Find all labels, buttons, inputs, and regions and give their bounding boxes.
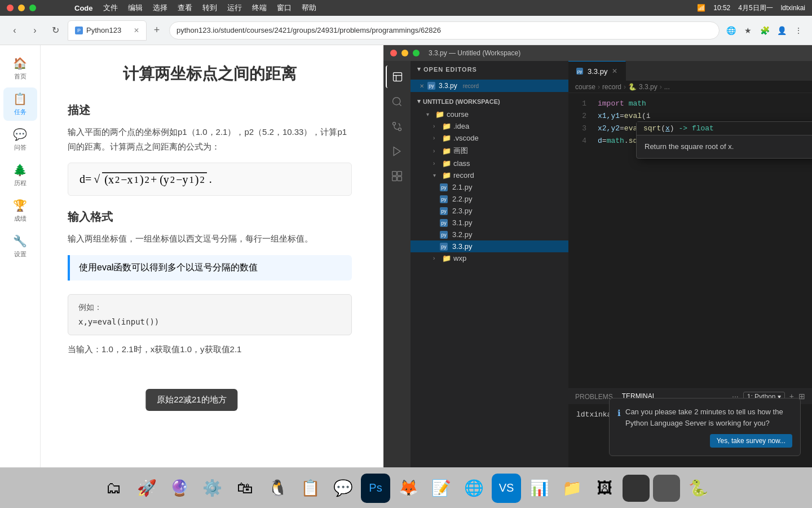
breadcrumb-sep: ›	[598, 83, 600, 91]
back-button[interactable]: ‹	[7, 23, 23, 38]
menu-run[interactable]: 运行	[227, 3, 242, 13]
svg-point-1	[393, 98, 400, 105]
menu-view[interactable]: 查看	[178, 3, 192, 13]
sidebar-item-task[interactable]: 📋 任务	[3, 87, 37, 121]
tree-folder-idea[interactable]: › 📁 .idea	[411, 120, 568, 132]
run-icon[interactable]	[386, 140, 408, 163]
open-editors-header[interactable]: ▾ OPEN EDITORS	[411, 61, 568, 77]
url-bar[interactable]: python123.io/student/courses/2421/groups…	[169, 21, 720, 40]
sidebar-item-course[interactable]: 🌲 历程	[3, 159, 37, 192]
dock-chrome[interactable]: 🌐	[459, 474, 488, 503]
tree-folder-course[interactable]: ▾ 📁 course	[411, 108, 568, 120]
dock-photoshop[interactable]: Ps	[361, 474, 390, 503]
svg-rect-7	[392, 177, 397, 181]
description-section: 描述 输入平面的两个点的坐标例如p1（1.0，2.1），p2（5.2，10.33…	[68, 103, 352, 196]
tree-file-2-1[interactable]: py 2.1.py	[411, 181, 568, 193]
mac-dot-yellow[interactable]	[18, 5, 25, 11]
sidebar-item-settings[interactable]: 🔧 设置	[3, 230, 37, 263]
breadcrumb-sep3: ›	[660, 83, 662, 91]
dock-qq[interactable]: 🐧	[263, 474, 292, 503]
menu-window[interactable]: 窗口	[277, 3, 292, 13]
bookmark-icon[interactable]: ★	[741, 24, 754, 37]
svg-point-3	[399, 128, 401, 131]
mac-dot-green[interactable]	[29, 5, 36, 11]
explorer-icon[interactable]	[386, 65, 408, 88]
task-label: 任务	[14, 108, 27, 116]
code-editor-main: 1 2 3 4 import math x1,y1 = eval (i	[568, 93, 812, 388]
dock-excel[interactable]: 📊	[524, 474, 554, 503]
menu-file[interactable]: 文件	[103, 3, 118, 13]
menu-help[interactable]: 帮助	[302, 3, 316, 13]
dock-files[interactable]: 📁	[557, 474, 586, 503]
workspace-header[interactable]: ▾ UNTITLED (WORKSPACE)	[411, 94, 568, 108]
browser-bar: ‹ › ↻ P Python123 ✕ + python123.io/stude…	[0, 16, 812, 45]
dock-wechat[interactable]: 💬	[328, 474, 358, 503]
sidebar-item-score[interactable]: 🏆 成绩	[3, 194, 37, 227]
line-numbers: 1 2 3 4	[568, 93, 591, 388]
tab-close-button[interactable]: ✕	[134, 27, 139, 34]
dock-clipboard[interactable]: 📋	[295, 474, 325, 503]
tab-bar: P Python123 ✕ +	[68, 20, 165, 41]
menu-edit[interactable]: 编辑	[128, 3, 143, 13]
forward-button[interactable]: ›	[27, 23, 43, 38]
tree-folder-wxp[interactable]: › 📁 wxp	[411, 252, 568, 264]
refresh-button[interactable]: ↻	[47, 23, 63, 38]
dock-app-store[interactable]: 🛍	[230, 474, 259, 503]
code-line-1: import math	[598, 98, 812, 110]
dock-system-prefs[interactable]: ⚙️	[197, 474, 227, 503]
editor-tab-3-3-py[interactable]: py 3.3.py ✕	[568, 61, 626, 81]
tree-file-2-3[interactable]: py 2.3.py	[411, 205, 568, 217]
breadcrumb-ellipsis: ...	[664, 83, 670, 91]
dock-python[interactable]: 🐍	[683, 474, 713, 503]
app-name: Code	[74, 4, 93, 12]
close-icon[interactable]: ✕	[420, 83, 424, 89]
source-control-icon[interactable]	[386, 115, 408, 138]
expand-arrow: ›	[433, 148, 440, 154]
sidebar-item-question[interactable]: 💬 问答	[3, 123, 37, 156]
tree-file-3-3[interactable]: py 3.3.py	[411, 240, 568, 252]
sidebar-item-home[interactable]: 🏠 首页	[3, 52, 37, 85]
breadcrumb-record: record	[602, 83, 621, 91]
mac-dot-red[interactable]	[7, 5, 14, 11]
menu-select[interactable]: 选择	[153, 3, 167, 13]
terminal-tab-problems[interactable]: PROBLEMS	[575, 393, 613, 401]
dock-misc1[interactable]	[623, 475, 650, 502]
menu-icon[interactable]: ⋮	[792, 24, 805, 37]
folder-icon: 📁	[435, 110, 444, 119]
autocomplete-popup: sqrt(x) -> float x Return the square roo…	[636, 121, 812, 159]
dock-firefox[interactable]: 🦊	[394, 474, 423, 503]
dock-finder[interactable]: 🗂	[99, 474, 129, 503]
dock-word[interactable]: 📝	[426, 474, 456, 503]
notification-box: ℹ Can you please take 2 minutes to tell …	[609, 398, 801, 456]
course-label: 历程	[14, 179, 27, 187]
profile-icon[interactable]: 👤	[775, 24, 788, 37]
dock-vscode[interactable]: VS	[492, 474, 521, 503]
extensions-icon[interactable]	[386, 165, 408, 187]
survey-button[interactable]: Yes, take survey now...	[710, 434, 792, 448]
tree-file-3-2[interactable]: py 3.2.py	[411, 229, 568, 240]
tree-file-3-1[interactable]: py 3.1.py	[411, 217, 568, 229]
menu-terminal[interactable]: 终端	[252, 3, 267, 13]
translate-icon[interactable]: 🌐	[724, 24, 738, 37]
new-tab-button[interactable]: +	[149, 23, 165, 38]
browser-tab-python123[interactable]: P Python123 ✕	[68, 20, 147, 41]
tree-file-2-2[interactable]: py 2.2.py	[411, 193, 568, 205]
tree-folder-record[interactable]: ▾ 📁 record	[411, 169, 568, 181]
dock-misc2[interactable]	[653, 475, 680, 502]
tab-favicon: P	[75, 27, 83, 34]
search-icon[interactable]	[386, 90, 408, 113]
tree-folder-class[interactable]: › 📁 class	[411, 157, 568, 169]
vscode-dot-green[interactable]	[413, 50, 420, 56]
vscode-dot-red[interactable]	[390, 50, 397, 56]
tree-folder-vscode[interactable]: › 📁 .vscode	[411, 132, 568, 144]
vscode-dot-yellow[interactable]	[401, 50, 408, 56]
dock-siri[interactable]: 🔮	[165, 474, 194, 503]
tab-close-button[interactable]: ✕	[612, 67, 617, 75]
line-num-3: 3	[568, 122, 586, 135]
dock-preview[interactable]: 🖼	[590, 474, 619, 503]
extension-icon[interactable]: 🧩	[758, 24, 771, 37]
menu-goto[interactable]: 转到	[202, 3, 217, 13]
dock-launchpad[interactable]: 🚀	[132, 474, 161, 503]
tree-folder-draw[interactable]: › 📁 画图	[411, 144, 568, 157]
open-editor-item[interactable]: ✕ py 3.3.py record	[411, 80, 568, 92]
